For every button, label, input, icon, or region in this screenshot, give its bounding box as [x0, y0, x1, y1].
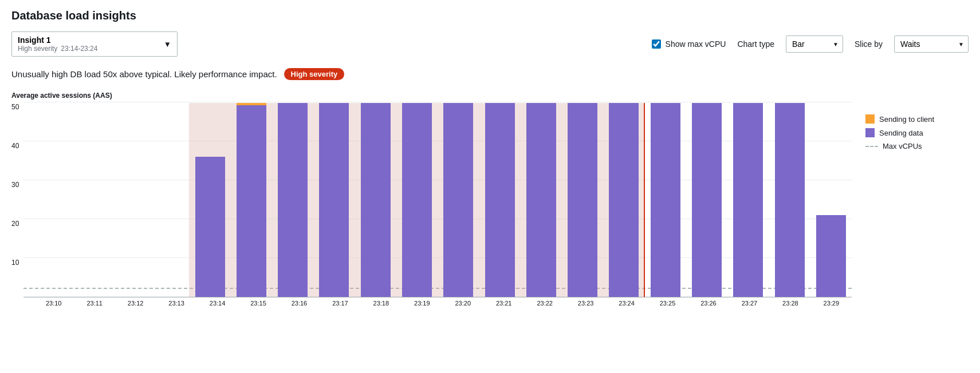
bar-purple — [361, 103, 391, 297]
insight-meta: High severity 23:14-23:24 — [18, 45, 159, 53]
dropdown-chevron-icon: ▼ — [164, 40, 171, 49]
bar-group — [810, 103, 852, 297]
bar-purple — [319, 103, 349, 297]
legend-label: Sending data — [879, 129, 923, 137]
insight-time-range: 23:14-23:24 — [61, 45, 97, 53]
bar-group — [562, 103, 603, 297]
bar-group — [272, 103, 313, 297]
bar-purple — [651, 103, 680, 297]
y-tick: 20 — [11, 220, 19, 228]
chart-type-select-wrapper: Bar — [786, 35, 843, 53]
bar-group — [355, 103, 396, 297]
x-tick: 23:22 — [524, 300, 565, 307]
controls-row: Insight 1 High severity 23:14-23:24 ▼ Sh… — [11, 31, 969, 57]
legend-color-swatch — [865, 128, 875, 137]
chart-type-select[interactable]: Bar — [786, 35, 843, 53]
bar-group — [438, 103, 479, 297]
bar-group — [65, 103, 107, 297]
bar-purple — [485, 103, 515, 297]
bar-group — [645, 103, 686, 297]
x-tick: 23:19 — [402, 300, 442, 307]
bar-group — [769, 103, 810, 297]
bars-container — [23, 103, 852, 297]
x-tick: 23:27 — [729, 300, 770, 307]
bar-group — [479, 103, 520, 297]
bar-group — [603, 103, 644, 297]
bar-purple — [568, 103, 597, 297]
y-tick: 10 — [11, 259, 19, 267]
x-tick: 23:21 — [483, 300, 524, 307]
bar-purple — [278, 103, 308, 297]
slice-by-select-wrapper: Waits — [894, 35, 969, 53]
legend-item: Sending data — [865, 128, 969, 137]
bar-group — [396, 103, 438, 297]
x-tick: 23:16 — [279, 300, 320, 307]
severity-badge: High severity — [284, 68, 345, 80]
x-tick: 23:26 — [688, 300, 729, 307]
page-title: Database load insights — [11, 9, 969, 22]
x-tick: 23:23 — [565, 300, 606, 307]
grid-line — [23, 102, 852, 102]
y-tick: 50 — [11, 103, 19, 111]
chart-type-label: Chart type — [737, 39, 774, 49]
bar-purple — [526, 103, 556, 297]
insight-severity: High severity — [18, 45, 57, 53]
insight-dropdown-button[interactable]: Insight 1 High severity 23:14-23:24 ▼ — [11, 31, 178, 57]
bar-group — [686, 103, 727, 297]
show-vcpu-row: Show max vCPU — [652, 39, 726, 49]
x-axis: 23:1023:1123:1223:1323:1423:1523:1623:17… — [11, 300, 852, 307]
insight-dropdown[interactable]: Insight 1 High severity 23:14-23:24 ▼ — [11, 31, 178, 57]
insight-name: Insight 1 — [18, 35, 159, 45]
chart-container: Average active sessions (AAS) 5040302010… — [11, 92, 852, 307]
x-tick: 23:18 — [361, 300, 402, 307]
y-tick: 30 — [11, 181, 19, 189]
x-tick: 23:14 — [197, 300, 238, 307]
legend-item: Max vCPUs — [865, 142, 969, 150]
chart-inner: 5040302010 — [11, 103, 852, 297]
bar-group — [107, 103, 148, 297]
chart-area: Average active sessions (AAS) 5040302010… — [11, 92, 969, 307]
bar-purple — [733, 103, 763, 297]
alert-message: Unusually high DB load 50x above typical… — [11, 69, 277, 79]
x-tick: 23:11 — [74, 300, 115, 307]
bar-group — [189, 103, 230, 297]
x-tick: 23:24 — [606, 300, 647, 307]
legend-color-swatch — [865, 114, 875, 124]
slice-by-select[interactable]: Waits — [894, 35, 969, 53]
x-tick: 23:28 — [770, 300, 810, 307]
bar-purple — [195, 157, 225, 297]
chart-plot — [23, 103, 852, 297]
bar-purple — [816, 215, 846, 297]
red-marker-line — [644, 103, 645, 297]
bar-orange — [237, 103, 266, 105]
x-tick: 23:20 — [443, 300, 483, 307]
legend-dashed-icon — [865, 146, 878, 147]
x-tick: 23:10 — [33, 300, 74, 307]
x-tick: 23:25 — [647, 300, 688, 307]
legend-label: Max vCPUs — [883, 142, 922, 150]
x-tick: 23:15 — [238, 300, 278, 307]
alert-row: Unusually high DB load 50x above typical… — [11, 68, 969, 80]
bar-purple — [443, 103, 473, 297]
legend-item: Sending to client — [865, 114, 969, 124]
chart-legend: Sending to clientSending dataMax vCPUs — [865, 92, 969, 307]
chart-y-label: Average active sessions (AAS) — [11, 92, 852, 100]
bar-purple — [609, 103, 639, 297]
bar-purple — [402, 103, 432, 297]
bar-purple — [692, 103, 722, 297]
show-vcpu-checkbox[interactable] — [652, 39, 661, 49]
bar-group — [313, 103, 355, 297]
x-tick: 23:13 — [156, 300, 196, 307]
x-tick: 23:29 — [811, 300, 852, 307]
show-vcpu-label[interactable]: Show max vCPU — [666, 39, 726, 49]
y-tick: 40 — [11, 142, 19, 150]
y-axis: 5040302010 — [11, 103, 23, 297]
bar-purple — [237, 105, 266, 297]
bar-group — [148, 103, 189, 297]
x-tick: 23:17 — [320, 300, 360, 307]
x-tick: 23:12 — [115, 300, 156, 307]
bar-group — [23, 103, 65, 297]
bar-purple — [775, 103, 805, 297]
slice-by-label: Slice by — [855, 39, 883, 49]
bar-group — [727, 103, 769, 297]
